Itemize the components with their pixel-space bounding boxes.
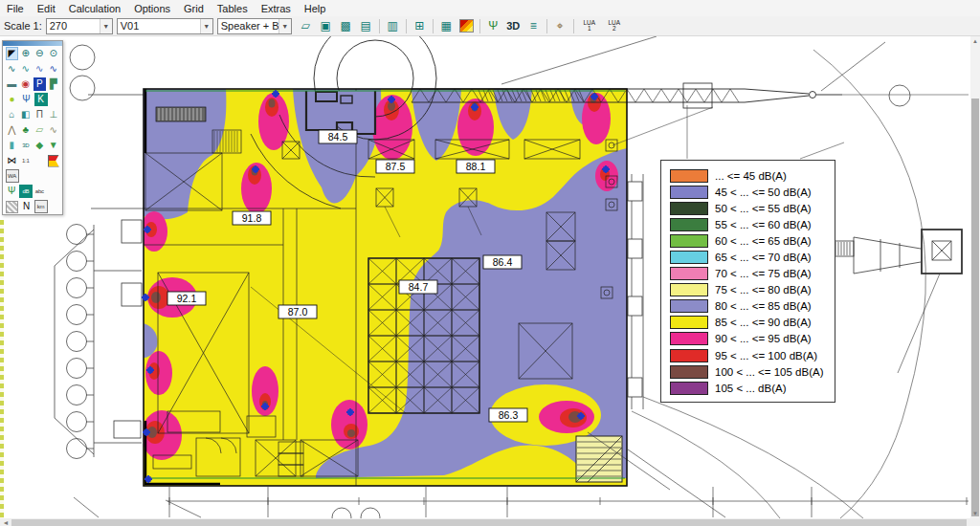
legend-label: 90 < ... <= 95 dB(A) (715, 333, 812, 344)
terrain-line-icon[interactable]: ⋀ (6, 123, 19, 137)
selection-arrow-icon[interactable]: ◤ (6, 47, 19, 60)
traffic-light-icon[interactable]: ◉ (19, 77, 33, 91)
slope-icon[interactable]: ▼ (47, 139, 60, 152)
legend-swatch (670, 267, 708, 280)
legend-label: 60 < ... <= 65 dB(A) (715, 235, 812, 247)
chevron-down-icon[interactable]: ▼ (278, 19, 291, 33)
k-tool-icon[interactable]: K (34, 93, 48, 106)
print-button[interactable]: ▥ (384, 18, 402, 34)
tree-view-button[interactable]: ≡ (524, 18, 543, 34)
toolbar-separator (433, 19, 434, 33)
km-scale-icon[interactable]: km (34, 200, 48, 213)
north-arrow-icon[interactable]: N (20, 200, 33, 213)
calculation-area-icon[interactable]: ⋈ (6, 154, 19, 167)
menu-calculation[interactable]: Calculation (62, 2, 127, 15)
chevron-down-icon[interactable]: ▼ (200, 19, 212, 33)
scale-1-1-icon[interactable]: 1:1 (19, 154, 33, 167)
legend-row: 60 < ... <= 65 dB(A) (670, 232, 835, 249)
lua-2-number: 2 (612, 26, 616, 33)
scroll-up-icon[interactable]: ▲ (970, 36, 980, 46)
selection-frame-icon[interactable] (47, 185, 60, 198)
toolbar-separator (546, 19, 547, 33)
value-label-text: 91.8 (242, 212, 262, 224)
save-as-button[interactable]: ▩ (337, 18, 355, 34)
variant-value: V01 (118, 20, 200, 32)
noise-barrier-icon[interactable]: ◧ (19, 108, 33, 121)
grid-colors-icon[interactable] (33, 154, 47, 167)
legend-label: 75 < ... <= 80 dB(A) (715, 284, 812, 296)
line-source-icon[interactable]: ∿ (19, 62, 33, 76)
color-scale-button[interactable] (457, 18, 476, 34)
variant-combo[interactable]: V01 ▼ (117, 18, 213, 34)
bridge-icon[interactable]: Π (33, 108, 47, 121)
vertical-scroll-thumb[interactable] (971, 99, 979, 516)
building-icon[interactable]: ⌂ (6, 108, 19, 121)
value-label-text: 86.3 (499, 409, 519, 421)
parking-lot-icon[interactable]: P (33, 77, 47, 91)
toolbar-separator (479, 19, 480, 33)
export-button[interactable]: ▤ (357, 18, 375, 34)
point-source-icon[interactable]: ∿ (6, 62, 19, 76)
3d-object-icon[interactable]: 3D (19, 139, 33, 152)
value-label-text: 87.0 (288, 306, 308, 318)
ground-area-icon[interactable]: ▱ (33, 123, 47, 137)
flag-icon[interactable] (47, 154, 60, 167)
legend-label: 85 < ... <= 90 dB(A) (715, 317, 812, 328)
horizontal-scroll-thumb[interactable] (11, 519, 967, 526)
legend-label: 105 < ... dB(A) (715, 383, 786, 394)
legend-swatch (670, 332, 708, 345)
menu-file[interactable]: File (0, 2, 31, 15)
lua-2-button[interactable]: LUA 2 (604, 18, 625, 33)
vegetation-icon[interactable]: ♣ (19, 123, 33, 137)
receiver-point-icon[interactable]: ⊥ (47, 108, 60, 121)
text-label-icon[interactable]: abc (33, 185, 47, 198)
value-label-text: 84.7 (409, 281, 429, 293)
rail-source-icon[interactable]: ▛ (47, 77, 60, 91)
menu-tables[interactable]: Tables (211, 2, 255, 15)
antenna-icon[interactable]: Ψ (20, 93, 33, 106)
menu-edit[interactable]: Edit (31, 2, 62, 15)
pin-button[interactable]: ⌖ (551, 18, 569, 34)
area-source-icon[interactable]: ∿ (33, 62, 47, 76)
legend-swatch (670, 186, 708, 199)
zoom-window-icon[interactable]: ⊙ (47, 47, 59, 60)
horizontal-scrollbar[interactable]: ◄ (0, 518, 970, 526)
scroll-left-icon[interactable]: ◄ (0, 518, 11, 526)
scroll-down-icon[interactable]: ▼ (970, 509, 980, 518)
zoom-in-icon[interactable]: ⊕ (19, 47, 32, 60)
layer-combo[interactable]: Speaker + Bü ▼ (217, 18, 292, 34)
menu-help[interactable]: Help (298, 2, 333, 15)
scale-combo[interactable]: 270 ▼ (46, 18, 113, 34)
value-label-text: 87.5 (386, 161, 406, 172)
contour-line-icon[interactable]: ∿ (47, 123, 60, 137)
menu-options[interactable]: Options (127, 2, 177, 15)
wa-tool-icon[interactable]: WA (6, 169, 19, 183)
sport-facility-icon[interactable]: ● (6, 93, 19, 106)
vertical-scrollbar[interactable]: ▲ ▼ (970, 34, 980, 518)
view-3d-button[interactable]: 3D (504, 18, 523, 34)
legend-swatch (670, 382, 708, 395)
legend-swatch (670, 349, 708, 362)
embankment-icon[interactable]: ◆ (33, 139, 47, 152)
plant-3d-button[interactable]: Ψ (484, 18, 502, 34)
calculator-button[interactable]: ▦ (437, 18, 456, 34)
lua-1-button[interactable]: LUA 1 (579, 18, 600, 33)
scale-value: 270 (47, 20, 100, 32)
menu-grid[interactable]: Grid (177, 2, 211, 15)
db-label-icon[interactable]: dB (19, 185, 33, 198)
scrollbar-corner (970, 518, 980, 526)
zoom-out-icon[interactable]: ⊖ (33, 47, 46, 60)
plant-symbol-icon[interactable]: Ψ (6, 185, 19, 198)
legend-row: ... <= 45 dB(A) (670, 167, 835, 184)
copy-button[interactable]: ⊞ (411, 18, 429, 34)
open-project-button[interactable]: ▱ (297, 18, 315, 34)
legend-row: 90 < ... <= 95 dB(A) (670, 331, 835, 347)
save-button[interactable]: ▣ (317, 18, 335, 34)
hatch-area-icon[interactable] (6, 200, 19, 213)
cylinder-object-icon[interactable]: ▮ (6, 139, 19, 152)
speaker-source-icon[interactable]: ∿ (47, 62, 60, 76)
legend-label: 45 < ... <= 50 dB(A) (715, 186, 812, 198)
chevron-down-icon[interactable]: ▼ (100, 19, 112, 33)
road-source-icon[interactable]: ▬ (6, 77, 19, 91)
menu-extras[interactable]: Extras (255, 2, 298, 15)
